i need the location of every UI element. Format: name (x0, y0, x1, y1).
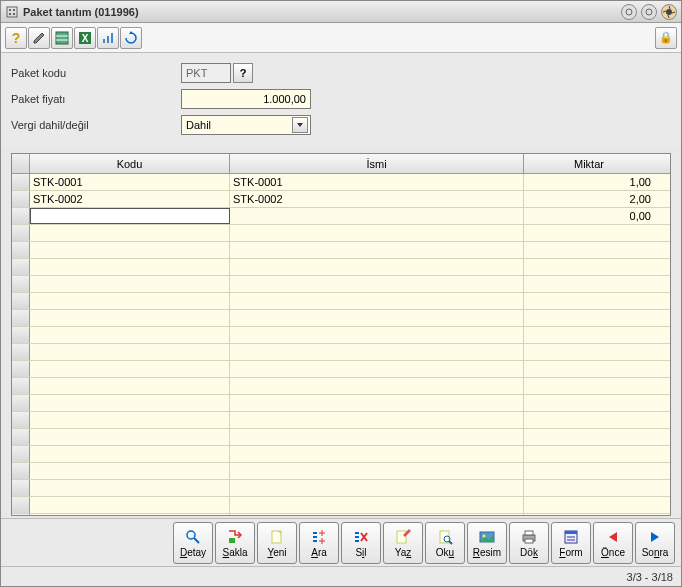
detay-button[interactable]: Detay (173, 522, 213, 564)
chart-button[interactable] (97, 27, 119, 49)
table-row[interactable] (12, 395, 670, 412)
row-selector[interactable] (12, 378, 30, 394)
minimize-button[interactable] (621, 4, 637, 20)
cell-kodu[interactable]: STK-0002 (30, 191, 230, 207)
row-selector[interactable] (12, 463, 30, 479)
row-selector[interactable] (12, 497, 30, 513)
col-header-kodu[interactable]: Kodu (30, 154, 230, 173)
row-selector[interactable] (12, 480, 30, 496)
dok-button[interactable]: Dök (509, 522, 549, 564)
row-selector[interactable] (12, 174, 30, 190)
table-row[interactable] (12, 293, 670, 310)
row-selector[interactable] (12, 191, 30, 207)
grid-header: Kodu İsmi Miktar (12, 154, 670, 174)
table-row[interactable] (12, 225, 670, 242)
table-row[interactable] (12, 276, 670, 293)
cell-miktar[interactable]: 1,00 (524, 174, 654, 190)
cell-miktar[interactable]: 0,00 (524, 208, 654, 224)
svg-rect-3 (9, 13, 11, 15)
magnify-icon (184, 528, 202, 546)
data-grid[interactable]: Kodu İsmi Miktar STK-0001 STK-0001 1,00 … (11, 153, 671, 516)
table-row[interactable] (12, 463, 670, 480)
help-button[interactable]: ? (5, 27, 27, 49)
action-label: Oku (436, 547, 454, 558)
paket-fiyati-field[interactable] (181, 89, 311, 109)
vergi-select[interactable]: Dahil (181, 115, 311, 135)
yeni-button[interactable]: Yeni (257, 522, 297, 564)
row-selector[interactable] (12, 344, 30, 360)
table-row[interactable]: 0,00 (12, 208, 670, 225)
excel-button[interactable]: X (74, 27, 96, 49)
col-header-ismi[interactable]: İsmi (230, 154, 524, 173)
cell-ismi[interactable]: STK-0001 (230, 174, 524, 190)
col-header-miktar[interactable]: Miktar (524, 154, 654, 173)
svg-rect-13 (103, 39, 105, 43)
row-selector[interactable] (12, 293, 30, 309)
table-row[interactable] (12, 310, 670, 327)
cell-kodu-active[interactable] (30, 208, 230, 224)
row-selector[interactable] (12, 208, 30, 224)
svg-rect-15 (111, 33, 113, 43)
row-selector[interactable] (12, 327, 30, 343)
table-row[interactable]: STK-0001 STK-0001 1,00 (12, 174, 670, 191)
resim-button[interactable]: Resim (467, 522, 507, 564)
sonra-button[interactable]: Sonra (635, 522, 675, 564)
edit-button[interactable] (28, 27, 50, 49)
svg-rect-18 (229, 538, 235, 543)
maximize-button[interactable] (641, 4, 657, 20)
table-row[interactable] (12, 480, 670, 497)
grid-button[interactable] (51, 27, 73, 49)
table-row[interactable] (12, 429, 670, 446)
close-button[interactable] (661, 4, 677, 20)
svg-point-6 (646, 9, 652, 15)
row-selector[interactable] (12, 259, 30, 275)
once-button[interactable]: Önce (593, 522, 633, 564)
cell-miktar[interactable]: 2,00 (524, 191, 654, 207)
row-selector[interactable] (12, 242, 30, 258)
ara-button[interactable]: Ara (299, 522, 339, 564)
table-row[interactable] (12, 497, 670, 514)
grid-body[interactable]: STK-0001 STK-0001 1,00 STK-0002 STK-0002… (12, 174, 670, 515)
table-row[interactable] (12, 378, 670, 395)
sakla-button[interactable]: Sakla (215, 522, 255, 564)
row-selector[interactable] (12, 429, 30, 445)
paket-kodu-lookup-button[interactable]: ? (233, 63, 253, 83)
app-icon (5, 5, 19, 19)
search-icon (310, 528, 328, 546)
table-row[interactable] (12, 412, 670, 429)
row-selector[interactable] (12, 276, 30, 292)
chevron-down-icon[interactable] (292, 117, 308, 133)
row-selector[interactable] (12, 225, 30, 241)
image-icon (478, 528, 496, 546)
table-row[interactable] (12, 327, 670, 344)
row-selector[interactable] (12, 395, 30, 411)
main-window: Paket tanıtım (011996) ? X 🔒 Paket kodu … (0, 0, 682, 587)
table-row[interactable] (12, 242, 670, 259)
table-row[interactable]: STK-0002 STK-0002 2,00 (12, 191, 670, 208)
table-row[interactable] (12, 514, 670, 515)
table-row[interactable] (12, 361, 670, 378)
yaz-button[interactable]: Yaz (383, 522, 423, 564)
action-label: Resim (473, 547, 501, 558)
sil-button[interactable]: Sil (341, 522, 381, 564)
oku-button[interactable]: Oku (425, 522, 465, 564)
row-selector[interactable] (12, 361, 30, 377)
paket-kodu-field[interactable] (181, 63, 231, 83)
form-icon (562, 528, 580, 546)
cell-ismi[interactable]: STK-0002 (230, 191, 524, 207)
lock-button[interactable]: 🔒 (655, 27, 677, 49)
form-button[interactable]: Form (551, 522, 591, 564)
row-selector[interactable] (12, 446, 30, 462)
refresh-button[interactable] (120, 27, 142, 49)
row-selector-header[interactable] (12, 154, 30, 173)
cell-ismi[interactable] (230, 208, 524, 224)
table-row[interactable] (12, 446, 670, 463)
row-selector[interactable] (12, 310, 30, 326)
table-row[interactable] (12, 344, 670, 361)
titlebar[interactable]: Paket tanıtım (011996) (1, 1, 681, 23)
table-row[interactable] (12, 259, 670, 276)
action-toolbar: Detay Sakla Yeni Ara Sil Yaz Oku Resim (1, 518, 681, 566)
cell-kodu[interactable]: STK-0001 (30, 174, 230, 190)
row-selector[interactable] (12, 514, 30, 515)
row-selector[interactable] (12, 412, 30, 428)
